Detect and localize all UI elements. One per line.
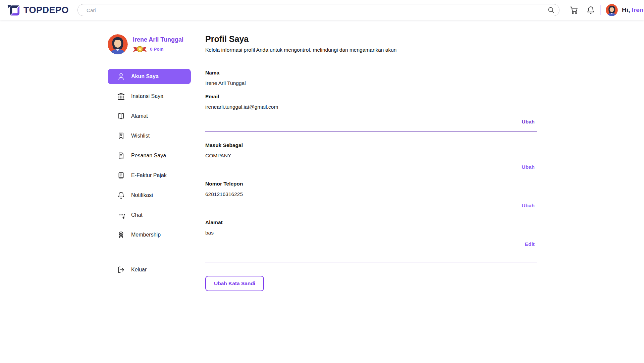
ubah-masuk-sebagai-link[interactable]: Ubah <box>522 164 535 170</box>
profile-fields: Nama Irene Arli Tunggal Email irenearli.… <box>205 70 537 291</box>
sidebar-item-label: Keluar <box>131 267 147 273</box>
profile-name: Irene Arli Tunggal <box>133 36 183 43</box>
sidebar-item-pesanan-saya[interactable]: Pesanan Saya <box>108 148 191 163</box>
ubah-telepon-link[interactable]: Ubah <box>522 203 535 209</box>
section-divider <box>205 262 537 262</box>
alamat-section: Alamat bas Edit <box>205 219 537 262</box>
search-icon[interactable] <box>547 6 555 14</box>
search-bar <box>77 4 559 16</box>
bell-icon <box>117 191 125 199</box>
bank-icon <box>117 92 125 100</box>
profile-info: Irene Arli Tunggal 0 Poin <box>133 36 183 53</box>
open-book-icon <box>117 112 125 120</box>
email-value: irenearli.tunggal.iat@gmail.com <box>205 104 537 110</box>
sidebar-profile: Irene Arli Tunggal 0 Poin <box>108 34 191 54</box>
chat-icon <box>117 211 125 219</box>
nama-label: Nama <box>205 70 537 76</box>
account-menu[interactable]: Hi, Irene <box>606 4 644 16</box>
bookmark-heart-icon <box>117 132 125 140</box>
topdepo-logo-icon <box>7 3 21 17</box>
alamat-value: bas <box>205 230 537 236</box>
sidebar-item-wishlist[interactable]: Wishlist <box>108 128 191 144</box>
sidebar-item-label: Wishlist <box>131 133 150 139</box>
sidebar-item-label: Pesanan Saya <box>131 153 166 159</box>
sidebar-item-notifikasi[interactable]: Notifikasi <box>108 188 191 203</box>
sidebar-item-label: Akun Saya <box>131 73 159 80</box>
cart-icon[interactable] <box>570 6 578 14</box>
header-actions <box>570 6 595 14</box>
logout-icon <box>117 266 125 274</box>
alamat-label: Alamat <box>205 219 537 225</box>
invoice-icon <box>117 171 125 179</box>
notifications-bell-icon[interactable] <box>586 6 595 14</box>
sidebar-item-label: Chat <box>131 212 143 218</box>
page-subtitle: Kelola informasi profil Anda untuk mengo… <box>205 47 537 53</box>
masuk-sebagai-value: COMPANY <box>205 153 537 159</box>
page-title: Profil Saya <box>205 34 537 44</box>
topdepo-logo[interactable]: TOPDEPO <box>7 3 69 17</box>
masuk-sebagai-section: Masuk Sebagai COMPANY Ubah <box>205 142 537 170</box>
logo-wordmark: TOPDEPO <box>23 5 69 15</box>
search-input[interactable] <box>77 4 559 16</box>
nama-value: Irene Arli Tunggal <box>205 80 537 86</box>
sidebar-item-label: Notifikasi <box>131 192 153 198</box>
sidebar-item-label: E-Faktur Pajak <box>131 172 167 178</box>
sidebar-item-instansi-saya[interactable]: Instansi Saya <box>108 89 191 104</box>
user-icon <box>117 72 125 81</box>
greeting: Hi, Irene <box>622 6 644 14</box>
header-divider <box>600 5 600 15</box>
sidebar-item-label: Membership <box>131 232 161 238</box>
change-password-button[interactable]: Ubah Kata Sandi <box>205 276 264 291</box>
greeting-username: Irene <box>632 6 644 13</box>
nomor-telepon-label: Nomor Telepon <box>205 181 537 187</box>
nomor-telepon-section: Nomor Telepon 6281216316225 Ubah <box>205 181 537 209</box>
sidebar-item-label: Alamat <box>131 113 148 119</box>
nomor-telepon-value: 6281216316225 <box>205 191 537 197</box>
sidebar-item-efaktur-pajak[interactable]: E-Faktur Pajak <box>108 168 191 183</box>
top-bar: TOPDEPO <box>0 0 644 20</box>
points-label: 0 Poin <box>150 47 164 52</box>
masuk-sebagai-label: Masuk Sebagai <box>205 142 537 148</box>
sidebar-item-keluar[interactable]: Keluar <box>108 262 191 277</box>
profile-panel: Profil Saya Kelola informasi profil Anda… <box>205 34 537 291</box>
account-sidebar: Irene Arli Tunggal 0 Poin <box>108 34 191 291</box>
greeting-prefix: Hi, <box>622 6 630 13</box>
sidebar-item-akun-saya[interactable]: Akun Saya <box>108 69 191 84</box>
sidebar-item-membership[interactable]: Membership <box>108 227 191 243</box>
ubah-account-link[interactable]: Ubah <box>522 119 535 125</box>
points-row: 0 Poin <box>133 46 183 53</box>
sidebar-item-chat[interactable]: Chat <box>108 207 191 223</box>
sidebar-item-label: Instansi Saya <box>131 93 163 99</box>
receipt-icon <box>117 152 125 160</box>
section-divider <box>205 131 537 132</box>
email-label: Email <box>205 94 537 100</box>
user-avatar[interactable] <box>606 4 618 16</box>
account-section: Nama Irene Arli Tunggal Email irenearli.… <box>205 70 537 132</box>
edit-alamat-link[interactable]: Edit <box>525 241 535 247</box>
medal-badge-icon <box>133 46 147 53</box>
award-icon <box>117 231 125 239</box>
page-content: Irene Arli Tunggal 0 Poin <box>0 20 644 291</box>
profile-avatar <box>108 34 128 54</box>
sidebar-item-alamat[interactable]: Alamat <box>108 108 191 124</box>
